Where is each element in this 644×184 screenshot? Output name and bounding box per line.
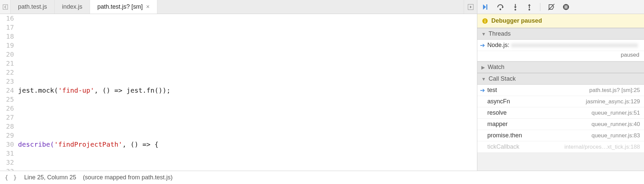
banner-text: Debugger paused — [491, 17, 542, 24]
current-frame-arrow-icon: ➔ — [480, 87, 485, 94]
stack-fn: asyncFn — [487, 98, 510, 105]
code-editor[interactable]: 161718192021222324252627282930313233 jes… — [0, 14, 477, 171]
status-bar: { } Line 25, Column 25 (source mapped fr… — [0, 171, 644, 184]
svg-rect-9 — [566, 5, 567, 9]
stack-loc: queue_runner.js:51 — [591, 110, 640, 116]
stack-fn: tickCallback — [487, 143, 519, 150]
svg-rect-0 — [3, 5, 8, 9]
svg-rect-12 — [485, 19, 485, 20]
svg-rect-2 — [486, 4, 487, 10]
resume-icon[interactable] — [482, 3, 489, 11]
stack-fn: promise.then — [487, 132, 522, 139]
svg-rect-11 — [485, 20, 485, 23]
tab-label: index.js — [62, 3, 82, 10]
stack-loc: internal/proces…xt_tick.js:188 — [564, 144, 640, 150]
step-over-icon[interactable] — [497, 3, 505, 11]
thread-path-redacted: xxxxxxxxxxxxxxxxxxxxxxxxxxxxxxxxxxxxxx — [511, 42, 640, 49]
watch-header[interactable]: ▶Watch — [477, 61, 644, 73]
current-thread-arrow-icon: ➔ — [480, 42, 485, 49]
chevron-right-icon: ▶ — [481, 65, 485, 70]
debug-toolbar — [477, 0, 644, 14]
tab-path-test-sm[interactable]: path.test.js? [sm] × — [90, 0, 157, 14]
thread-status: paused — [477, 51, 644, 61]
nav-back-icon[interactable] — [0, 0, 11, 14]
svg-point-3 — [500, 8, 501, 10]
stack-frame[interactable]: asyncFn jasmine_async.js:129 — [477, 96, 644, 107]
svg-rect-8 — [565, 5, 566, 9]
step-into-icon[interactable] — [512, 3, 519, 11]
stack-loc: jasmine_async.js:129 — [586, 98, 640, 105]
source-map-info: (source mapped from path.test.js) — [83, 174, 173, 181]
info-icon — [482, 18, 488, 24]
chevron-down-icon: ▼ — [481, 31, 486, 37]
stack-fn: mapper — [487, 121, 508, 128]
run-panel-icon[interactable] — [464, 0, 477, 14]
threads-header[interactable]: ▼Threads — [477, 28, 644, 40]
tab-label: path.test.js? [sm] — [97, 3, 143, 10]
stack-loc: path.test.js? [sm]:25 — [589, 87, 640, 94]
code-body[interactable]: jest.mock('find-up', () => jest.fn()); d… — [17, 14, 477, 171]
stack-frame[interactable]: promise.then queue_runner.js:83 — [477, 130, 644, 141]
tab-spacer — [157, 0, 464, 14]
thread-name: Node.js: — [487, 42, 509, 49]
braces-icon[interactable]: { } — [5, 174, 18, 181]
toolbar-separator — [540, 3, 540, 11]
debugger-paused-banner: Debugger paused — [477, 14, 644, 28]
stack-loc: queue_runner.js:40 — [591, 121, 640, 128]
step-out-icon[interactable] — [526, 3, 533, 11]
editor-pane: path.test.js index.js path.test.js? [sm]… — [0, 0, 477, 171]
stack-fn: resolve — [487, 109, 507, 116]
tab-label: path.test.js — [18, 3, 47, 10]
line-gutter: 161718192021222324252627282930313233 — [0, 14, 17, 171]
debugger-pane: Debugger paused ▼Threads ➔ Node.js: xxxx… — [477, 0, 644, 171]
stack-fn: test — [487, 87, 497, 94]
svg-point-5 — [529, 9, 530, 10]
stack-frame[interactable]: tickCallback internal/proces…xt_tick.js:… — [477, 141, 644, 153]
cursor-position: Line 25, Column 25 — [24, 174, 76, 181]
svg-point-7 — [563, 4, 569, 10]
pause-exceptions-icon[interactable] — [562, 3, 570, 11]
stack-frame[interactable]: mapper queue_runner.js:40 — [477, 119, 644, 130]
svg-point-4 — [515, 9, 516, 10]
tab-bar: path.test.js index.js path.test.js? [sm]… — [0, 0, 477, 14]
chevron-down-icon: ▼ — [481, 76, 486, 82]
close-icon[interactable]: × — [146, 3, 150, 10]
callstack-header[interactable]: ▼Call Stack — [477, 73, 644, 85]
tab-path-test[interactable]: path.test.js — [11, 0, 55, 14]
stack-frame[interactable]: ➔ test path.test.js? [sm]:25 — [477, 85, 644, 96]
stack-loc: queue_runner.js:83 — [591, 132, 640, 139]
stack-frame[interactable]: resolve queue_runner.js:51 — [477, 107, 644, 119]
tab-index[interactable]: index.js — [55, 0, 90, 14]
thread-row[interactable]: ➔ Node.js: xxxxxxxxxxxxxxxxxxxxxxxxxxxxx… — [477, 40, 644, 51]
deactivate-breakpoints-icon[interactable] — [548, 3, 555, 11]
